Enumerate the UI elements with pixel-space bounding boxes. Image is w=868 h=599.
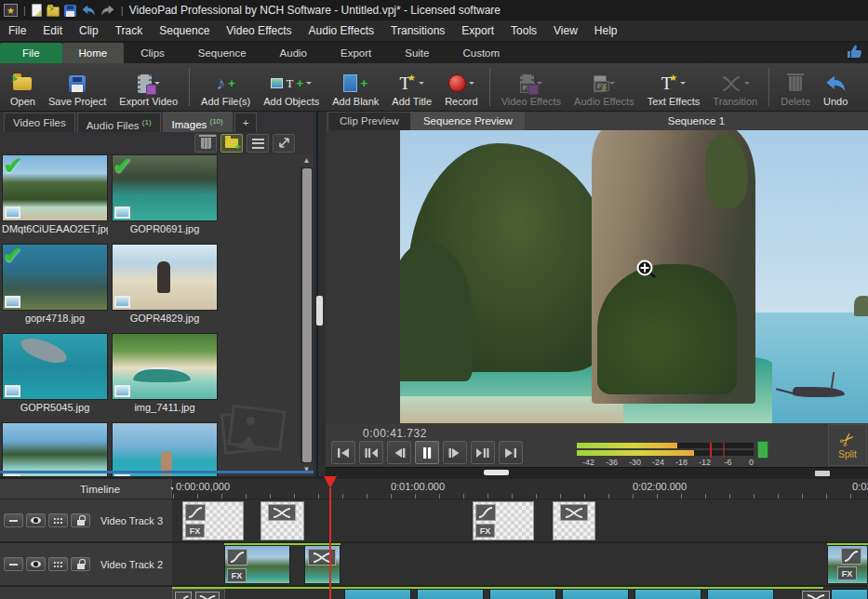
menu-audio-effects[interactable]: Audio Effects (300, 20, 383, 41)
video-clip[interactable] (562, 589, 629, 599)
media-item[interactable]: GOPR5045.jpg (2, 333, 110, 413)
audio-effects-button[interactable]: FX Audio Effects (568, 63, 641, 111)
media-item[interactable]: img_7411.jpg (112, 333, 220, 413)
record-button[interactable]: Record (438, 63, 484, 111)
like-icon[interactable] (847, 45, 862, 60)
media-item[interactable] (2, 422, 110, 476)
tab-audio[interactable]: Audio (263, 43, 324, 63)
menu-track[interactable]: Track (107, 20, 152, 41)
thumbnail-image[interactable]: ✔ (2, 154, 108, 221)
media-item[interactable]: ✔ DMqt6CiUEAAO2ET.jpg (2, 154, 110, 234)
redo-icon[interactable] (100, 4, 115, 17)
add-media-folder-button[interactable] (220, 134, 243, 153)
export-video-button[interactable]: Export Video (113, 63, 184, 111)
go-to-end-button[interactable] (499, 441, 523, 464)
menu-export[interactable]: Export (453, 20, 502, 41)
transparent-clip[interactable]: FX (182, 501, 244, 540)
fx-badge[interactable]: FX (475, 524, 495, 538)
video-clip[interactable] (831, 589, 868, 599)
tab-custom[interactable]: Custom (446, 43, 516, 63)
save-project-icon[interactable] (64, 5, 76, 17)
media-item[interactable]: GOPR4829.jpg (112, 244, 220, 324)
video-clip[interactable] (417, 589, 484, 599)
save-project-button[interactable]: Save Project (42, 63, 113, 111)
tab-sequence[interactable]: Sequence (181, 43, 263, 63)
new-project-icon[interactable] (32, 4, 42, 17)
track-lane[interactable] (172, 587, 868, 599)
transparent-clip[interactable] (260, 501, 304, 540)
add-files-button[interactable]: ♪+ Add File(s) (194, 63, 257, 111)
menu-edit[interactable]: Edit (34, 20, 71, 41)
tab-home[interactable]: Home (62, 43, 125, 63)
track-lane[interactable]: FX FX (172, 543, 868, 586)
playhead-line[interactable] (329, 488, 331, 599)
video-clip[interactable] (634, 589, 701, 599)
menu-view[interactable]: View (545, 20, 586, 41)
undo-icon[interactable] (81, 4, 96, 17)
media-scrollbar[interactable]: ▲ ▼ (300, 154, 313, 476)
tab-sequence-preview[interactable]: Sequence Preview (411, 112, 525, 130)
media-item[interactable]: ✔ GOPR0691.jpg (112, 154, 220, 234)
playhead-marker[interactable] (324, 476, 337, 495)
tab-export[interactable]: Export (324, 43, 388, 63)
menu-file[interactable]: File (0, 20, 34, 41)
tab-clip-preview[interactable]: Clip Preview (327, 112, 411, 130)
track-options-button[interactable] (48, 513, 68, 527)
tab-add-bin[interactable]: + (234, 113, 258, 132)
transition-icon[interactable] (308, 549, 336, 566)
menu-sequence[interactable]: Sequence (151, 20, 218, 41)
menu-tools[interactable]: Tools (502, 20, 545, 41)
menu-video-effects[interactable]: Video Effects (218, 20, 300, 41)
delete-button[interactable]: Delete (774, 63, 817, 111)
fx-badge[interactable]: FX (185, 524, 205, 538)
splitter-grip[interactable] (316, 296, 323, 326)
thumbnail-image[interactable] (2, 422, 108, 476)
next-clip-button[interactable] (471, 441, 495, 464)
horizontal-splitter-grip[interactable] (815, 471, 830, 476)
open-button[interactable]: Open (4, 63, 42, 111)
scrub-handle[interactable] (484, 470, 509, 475)
collapse-track-button[interactable] (4, 557, 23, 571)
step-forward-button[interactable] (443, 441, 467, 464)
fx-badge[interactable]: FX (227, 568, 247, 582)
go-to-start-button[interactable] (331, 441, 355, 464)
transition-button[interactable]: Transition (706, 63, 764, 111)
thumbnail-image[interactable] (2, 333, 108, 400)
menu-transitions[interactable]: Transitions (382, 20, 453, 41)
tab-clips[interactable]: Clips (124, 43, 181, 63)
lock-track-button[interactable] (71, 557, 90, 571)
tab-file[interactable]: File (0, 43, 62, 63)
add-title-button[interactable]: T★ Add Title (385, 63, 438, 111)
transition-icon[interactable] (195, 592, 220, 599)
fade-curve-icon[interactable] (227, 549, 247, 566)
menu-clip[interactable]: Clip (71, 20, 107, 41)
tab-video-files[interactable]: Video Files (4, 113, 75, 132)
transparent-clip[interactable]: FX (473, 501, 534, 540)
thumbnail-image[interactable] (112, 333, 218, 400)
transparent-clip[interactable] (553, 501, 595, 540)
video-viewport[interactable] (326, 130, 868, 423)
image-clip[interactable]: FX (827, 545, 868, 584)
image-clip[interactable] (304, 545, 341, 584)
step-back-button[interactable] (387, 441, 411, 464)
media-item[interactable]: ✔ gopr4718.jpg (2, 244, 110, 324)
add-objects-button[interactable]: T+ Add Objects (257, 63, 326, 111)
tab-audio-files[interactable]: Audio Files (1) (77, 113, 161, 132)
text-effects-button[interactable]: T★ Text Effects (641, 63, 707, 111)
track-options-button[interactable] (48, 557, 68, 571)
video-frame[interactable] (400, 130, 868, 423)
video-clip[interactable] (489, 589, 556, 599)
fade-curve-icon[interactable] (185, 504, 206, 521)
dock-panel-button[interactable] (273, 134, 295, 153)
timeline-ruler[interactable]: 0:00:00,000 0:01:00.000 0:02:00.000 0:03… (173, 479, 868, 499)
fade-curve-icon[interactable] (175, 592, 192, 599)
thumbnail-image[interactable] (112, 244, 218, 311)
panel-splitter[interactable] (314, 112, 326, 476)
transition-icon[interactable] (560, 504, 588, 521)
toggle-visibility-button[interactable] (26, 557, 46, 571)
tab-images[interactable]: Images (10) (163, 112, 233, 132)
add-blank-button[interactable]: + Add Blank (326, 63, 385, 111)
video-clip[interactable] (707, 589, 774, 599)
transition-icon[interactable] (268, 504, 296, 521)
split-button[interactable]: ✂ Split (828, 424, 867, 466)
